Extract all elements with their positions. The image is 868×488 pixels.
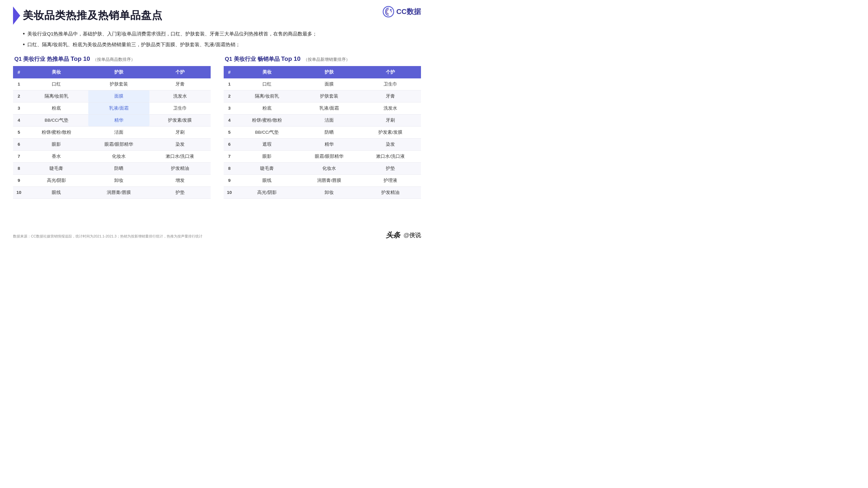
table1-cell-4-col2: 精华 (88, 114, 150, 126)
table1-title: Q1 美妆行业 热推单品 Top 10 （按单品商品数排序） (13, 55, 211, 63)
bullet-item-1: • 美妆行业Q1热推单品中，基础护肤、入门彩妆单品消费需求强烈，口红、护肤套装、… (23, 29, 421, 39)
table1-cell-1-col1: 口红 (25, 78, 88, 91)
table2-cell-9-rank: 9 (224, 174, 236, 187)
table1: # 美妆 护肤 个护 1口红护肤套装牙膏2隔离/妆前乳面膜洗发水3粉底乳液/面霜… (13, 66, 211, 199)
bullet-item-2: • 口红、隔离/妆前乳、粉底为美妆品类热销销量前三，护肤品类下面膜、护肤套装、乳… (23, 40, 421, 50)
bullet-dot-2: • (23, 40, 25, 50)
table2-cell-10-col2: 卸妆 (299, 187, 360, 198)
table2-cell-2-col3: 牙膏 (360, 90, 421, 102)
table1-cell-2-col2: 面膜 (88, 90, 150, 102)
table2-cell-9-col2: 润唇膏/唇膜 (299, 174, 360, 187)
table2-cell-2-rank: 2 (224, 90, 236, 102)
table1-cell-1-col3: 牙膏 (150, 78, 211, 91)
table1-header-col2: 护肤 (88, 66, 150, 78)
table1-cell-4-col1: BB/CC/气垫 (25, 114, 88, 126)
table1-header-col1: 美妆 (25, 66, 88, 78)
table2-header-row: # 美妆 护肤 个护 (224, 66, 421, 78)
tables-container: Q1 美妆行业 热推单品 Top 10 （按单品商品数排序） CC数据 # 美妆… (13, 55, 421, 199)
table-row: 2隔离/妆前乳护肤套装牙膏 (224, 90, 421, 102)
svg-point-1 (390, 9, 392, 11)
table2-cell-6-col3: 染发 (360, 138, 421, 150)
table1-cell-9-col3: 增发 (150, 174, 211, 187)
table2-cell-1-col3: 卫生巾 (360, 78, 421, 91)
table1-cell-9-col2: 卸妆 (88, 174, 150, 187)
table2-cell-3-col3: 洗发水 (360, 102, 421, 114)
table2-cell-6-col2: 精华 (299, 138, 360, 150)
footer-brand: 头条 @侠说 (386, 230, 421, 240)
table2-cell-1-col1: 口红 (236, 78, 299, 91)
table2-cell-4-col2: 洁面 (299, 114, 360, 126)
table-row: 6眼影眼霜/眼部精华染发 (13, 138, 211, 150)
table1-cell-8-col2: 防晒 (88, 162, 150, 174)
table1-title-sub: （按单品商品数排序） (93, 57, 135, 62)
table-row: 3粉底乳液/面霜卫生巾 (13, 102, 211, 114)
table1-cell-2-col1: 隔离/妆前乳 (25, 90, 88, 102)
table1-cell-7-rank: 7 (13, 150, 25, 162)
table2-cell-1-rank: 1 (224, 78, 236, 91)
table2-cell-4-col3: 牙刷 (360, 114, 421, 126)
table-row: 9高光/阴影卸妆增发 (13, 174, 211, 187)
table1-cell-4-rank: 4 (13, 114, 25, 126)
table-row: 4BB/CC/气垫精华护发素/发膜 (13, 114, 211, 126)
table-row: 1口红护肤套装牙膏 (13, 78, 211, 91)
table1-cell-6-col3: 染发 (150, 138, 211, 150)
table1-header-col3: 个护 (150, 66, 211, 78)
bullet-text-2: 口红、隔离/妆前乳、粉底为美妆品类热销销量前三，护肤品类下面膜、护肤套装、乳液/… (27, 40, 240, 49)
page: CC数据 美妆品类热推及热销单品盘点 • 美妆行业Q1热推单品中，基础护肤、入门… (0, 0, 434, 244)
table2-cell-5-col3: 护发素/发膜 (360, 126, 421, 138)
table2-cell-7-col3: 漱口水/洗口液 (360, 150, 421, 162)
table1-cell-10-col2: 润唇膏/唇膜 (88, 187, 150, 198)
table-row: 6遮瑕精华染发 (224, 138, 421, 150)
table2-cell-3-col1: 粉底 (236, 102, 299, 114)
table1-header-row: # 美妆 护肤 个护 (13, 66, 211, 78)
table2-cell-8-col1: 睫毛膏 (236, 162, 299, 174)
table2-cell-4-col1: 粉饼/蜜粉/散粉 (236, 114, 299, 126)
table1-header-rank: # (13, 66, 25, 78)
bullet-list: • 美妆行业Q1热推单品中，基础护肤、入门彩妆单品消费需求强烈，口红、护肤套装、… (23, 29, 421, 50)
table1-cell-10-col1: 眼线 (25, 187, 88, 198)
table1-cell-2-col3: 洗发水 (150, 90, 211, 102)
table1-cell-6-col1: 眼影 (25, 138, 88, 150)
table2-header-col3: 个护 (360, 66, 421, 78)
table1-title-prefix: Q1 美妆行业 热推单品 (14, 56, 69, 62)
table2-cell-8-rank: 8 (224, 162, 236, 174)
cc-logo-icon (382, 6, 394, 18)
bullet-dot-1: • (23, 29, 25, 39)
table1-cell-5-col1: 粉饼/蜜粉/散粉 (25, 126, 88, 138)
table-row: 9眼线润唇膏/唇膜护理液 (224, 174, 421, 187)
table-section-1: Q1 美妆行业 热推单品 Top 10 （按单品商品数排序） CC数据 # 美妆… (13, 55, 211, 199)
table1-cell-4-col3: 护发素/发膜 (150, 114, 211, 126)
table2-title: Q1 美妆行业 畅销单品 Top 10 （按单品新增销量排序） (224, 55, 421, 63)
table-row: 7香水化妆水漱口水/洗口液 (13, 150, 211, 162)
table2-cell-7-rank: 7 (224, 150, 236, 162)
table1-cell-6-rank: 6 (13, 138, 25, 150)
table-row: 8睫毛膏化妆水护垫 (224, 162, 421, 174)
footer-source: 数据来源：CC数据社媒营销情报追踪，统计时间为2021.1-2021.3；热销为… (13, 234, 203, 239)
table2-cell-1-col2: 面膜 (299, 78, 360, 91)
table2-title-prefix: Q1 美妆行业 畅销单品 (225, 56, 280, 62)
table2-cell-3-col2: 乳液/面霜 (299, 102, 360, 114)
table1-cell-5-rank: 5 (13, 126, 25, 138)
table1-cell-8-col3: 护发精油 (150, 162, 211, 174)
page-title: 美妆品类热推及热销单品盘点 (23, 8, 162, 23)
table1-cell-3-rank: 3 (13, 102, 25, 114)
table-row: 2隔离/妆前乳面膜洗发水 (13, 90, 211, 102)
table2-cell-5-col2: 防晒 (299, 126, 360, 138)
table2-cell-3-rank: 3 (224, 102, 236, 114)
table-row: 4粉饼/蜜粉/散粉洁面牙刷 (224, 114, 421, 126)
table1-cell-7-col2: 化妆水 (88, 150, 150, 162)
table1-cell-1-rank: 1 (13, 78, 25, 91)
table2-title-sub: （按单品新增销量排序） (304, 57, 350, 62)
table-row: 7眼影眼霜/眼部精华漱口水/洗口液 (224, 150, 421, 162)
table1-cell-7-col3: 漱口水/洗口液 (150, 150, 211, 162)
table1-cell-9-rank: 9 (13, 174, 25, 187)
footer-brand-text2: @侠说 (403, 231, 421, 239)
table1-cell-10-rank: 10 (13, 187, 25, 198)
logo-text: CC数据 (396, 7, 421, 17)
table-row: 5粉饼/蜜粉/散粉洁面牙刷 (13, 126, 211, 138)
table2-cell-7-col2: 眼霜/眼部精华 (299, 150, 360, 162)
table2-cell-8-col3: 护垫 (360, 162, 421, 174)
table2-cell-8-col2: 化妆水 (299, 162, 360, 174)
table2-cell-7-col1: 眼影 (236, 150, 299, 162)
table2-title-highlight: Top 10 (281, 55, 301, 62)
